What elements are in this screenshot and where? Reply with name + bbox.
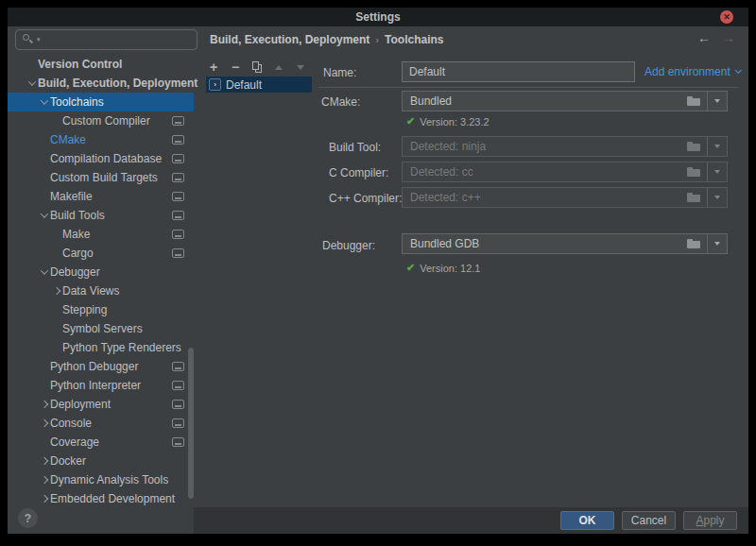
monitor-icon	[172, 116, 184, 126]
sidebar-item-label: Custom Compiler	[62, 114, 150, 128]
c-compiler-value: Detected: cc	[403, 165, 687, 179]
sidebar-item-label: Data Views	[62, 284, 119, 298]
chevron-down-icon[interactable]	[41, 266, 48, 274]
breadcrumb: Build, Execution, Deployment › Toolchain…	[210, 32, 443, 47]
c-compiler-combo[interactable]: Detected: cc	[402, 162, 728, 182]
cmake-dropdown-button[interactable]	[707, 92, 727, 111]
chevron-right-icon[interactable]	[41, 401, 48, 408]
sidebar-item-dynamic-analysis-tools[interactable]: Dynamic Analysis Tools	[8, 470, 194, 489]
chevron-right-icon[interactable]	[41, 419, 48, 427]
folder-icon	[687, 167, 700, 177]
sidebar-item-cmake[interactable]: CMake	[8, 130, 194, 149]
sidebar-item-coverage[interactable]: Coverage	[8, 433, 194, 452]
breadcrumb-separator: ›	[375, 34, 379, 45]
chevron-down-icon[interactable]	[41, 210, 48, 217]
chevron-down-icon[interactable]	[41, 96, 48, 104]
sidebar-item-build-execution-deployment[interactable]: Build, Execution, Deployment	[8, 74, 194, 93]
chevron-right-icon[interactable]	[41, 457, 48, 465]
build-tool-dropdown-button[interactable]	[707, 137, 727, 156]
copy-toolchain-button[interactable]	[249, 60, 265, 75]
breadcrumb-section[interactable]: Build, Execution, Deployment	[210, 33, 369, 46]
sidebar-item-stepping[interactable]: Stepping	[8, 300, 194, 319]
chevron-right-icon[interactable]	[41, 495, 48, 503]
sidebar-item-compilation-database[interactable]: Compilation Database	[8, 149, 194, 168]
c-compiler-dropdown-button[interactable]	[707, 162, 727, 181]
name-label: Name:	[323, 66, 356, 79]
sidebar-item-deployment[interactable]: Deployment	[8, 395, 194, 414]
add-toolchain-button[interactable]: +	[206, 60, 221, 75]
back-arrow-icon[interactable]: ←	[697, 30, 711, 45]
dropdown-arrow-icon	[714, 196, 720, 199]
history-nav: ← →	[697, 30, 735, 45]
breadcrumb-page: Toolchains	[385, 33, 443, 46]
sidebar-item-custom-compiler[interactable]: Custom Compiler	[8, 111, 194, 130]
move-up-button[interactable]	[271, 60, 286, 75]
cpp-compiler-label: C++ Compiler:	[329, 192, 402, 205]
settings-search[interactable]: ▾	[15, 29, 198, 50]
cancel-button[interactable]: Cancel	[622, 511, 676, 530]
sidebar-item-python-type-renderers[interactable]: Python Type Renderers	[8, 338, 194, 357]
cmake-combo[interactable]: Bundled	[402, 91, 728, 111]
window-title: Settings	[355, 10, 400, 24]
sidebar-item-console[interactable]: Console	[8, 414, 194, 433]
help-button[interactable]: ?	[18, 508, 38, 528]
sidebar-item-label: Toolchains	[50, 95, 104, 109]
forward-arrow-icon: →	[722, 30, 735, 45]
chevron-down-icon[interactable]	[28, 77, 36, 85]
sidebar-item-python-debugger[interactable]: Python Debugger	[8, 357, 194, 376]
check-icon: ✔	[406, 262, 415, 274]
folder-icon	[687, 239, 700, 248]
name-input[interactable]	[402, 61, 635, 82]
toolchain-icon: ›	[209, 78, 221, 91]
monitor-icon	[172, 230, 184, 239]
arrow-up-icon	[275, 65, 283, 70]
sidebar-item-version-control[interactable]: Version Control	[8, 55, 194, 74]
monitor-icon	[172, 135, 184, 145]
sidebar-item-label: Python Debugger	[50, 360, 138, 373]
add-environment-link[interactable]: Add environment	[644, 65, 740, 78]
build-tool-combo[interactable]: Detected: ninja	[402, 136, 728, 157]
sidebar-item-label: CMake	[50, 133, 86, 146]
search-history-caret-icon[interactable]: ▾	[37, 36, 41, 43]
cpp-compiler-value: Detected: c++	[403, 191, 687, 204]
ok-button-label: OK	[579, 514, 596, 527]
cpp-compiler-combo[interactable]: Detected: c++	[402, 187, 728, 208]
sidebar-item-data-views[interactable]: Data Views	[8, 282, 194, 300]
chevron-right-icon[interactable]	[53, 287, 60, 295]
sidebar-scrollbar[interactable]	[188, 348, 194, 499]
debugger-combo[interactable]: Bundled GDB	[402, 233, 728, 254]
cpp-compiler-dropdown-button[interactable]	[707, 188, 727, 207]
cmake-label: CMake:	[321, 95, 360, 109]
cancel-button-label: Cancel	[631, 514, 666, 527]
ok-button[interactable]: OK	[560, 511, 614, 530]
sidebar-item-cargo[interactable]: Cargo	[8, 244, 194, 263]
debugger-version-text: Version: 12.1	[420, 263, 480, 274]
monitor-icon	[172, 381, 184, 390]
search-input[interactable]	[44, 33, 191, 46]
sidebar-item-python-interpreter[interactable]: Python Interpreter	[8, 376, 194, 395]
remove-toolchain-button[interactable]: −	[228, 60, 243, 75]
arrow-down-icon	[297, 65, 304, 70]
sidebar-item-label: Docker	[50, 454, 86, 468]
sidebar-item-debugger[interactable]: Debugger	[8, 263, 194, 282]
sidebar-item-label: Deployment	[50, 398, 111, 411]
sidebar-item-make[interactable]: Make	[8, 225, 194, 244]
apply-button[interactable]: Apply	[683, 511, 737, 530]
sidebar-item-label: Version Control	[38, 58, 122, 71]
sidebar-item-embedded-development[interactable]: Embedded Development	[8, 489, 194, 508]
sidebar-item-custom-build-targets[interactable]: Custom Build Targets	[8, 168, 194, 187]
sidebar-item-label: Python Interpreter	[50, 379, 141, 392]
close-icon[interactable]: ✕	[720, 10, 733, 24]
move-down-button[interactable]	[293, 60, 308, 75]
sidebar-item-symbol-servers[interactable]: Symbol Servers	[8, 319, 194, 338]
sidebar-item-toolchains[interactable]: Toolchains	[8, 93, 194, 111]
sidebar-item-makefile[interactable]: Makefile	[8, 187, 194, 206]
sidebar-item-label: Console	[50, 417, 92, 430]
toolchain-toolbar: + −	[206, 59, 308, 76]
chevron-right-icon[interactable]	[41, 476, 48, 484]
debugger-dropdown-button[interactable]	[707, 234, 727, 253]
monitor-icon	[172, 362, 184, 371]
sidebar-item-docker[interactable]: Docker	[8, 452, 194, 470]
sidebar-item-build-tools[interactable]: Build Tools	[8, 206, 194, 225]
toolchain-item-default[interactable]: ›Default	[206, 77, 312, 93]
